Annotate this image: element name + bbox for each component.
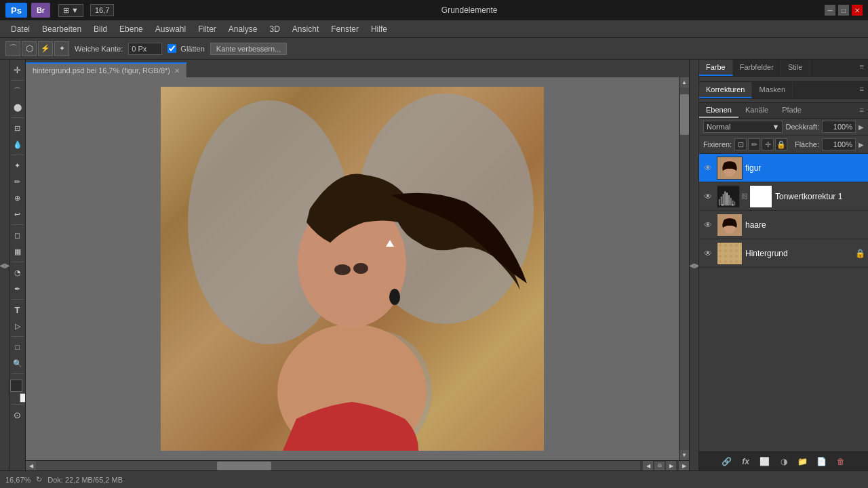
scroll-right-button[interactable]: ▶ bbox=[679, 461, 689, 471]
scroll-up-button[interactable]: ▲ bbox=[679, 77, 690, 87]
selection-mode[interactable]: ✦ bbox=[54, 41, 69, 56]
new-layer-btn[interactable]: 📄 bbox=[815, 455, 829, 468]
layer-haare-visibility[interactable]: 👁 bbox=[702, 219, 714, 231]
menu-analyse[interactable]: Analyse bbox=[223, 22, 263, 36]
text-tool[interactable]: T bbox=[10, 302, 25, 317]
tab-masken[interactable]: Masken bbox=[752, 82, 793, 98]
brush-tool[interactable]: ✏ bbox=[10, 174, 25, 189]
left-expand-button[interactable]: ◀▶ bbox=[0, 60, 9, 470]
menu-3d[interactable]: 3D bbox=[264, 22, 285, 36]
mid-panel-menu[interactable]: ≡ bbox=[856, 82, 868, 98]
gradient-tool[interactable]: ▦ bbox=[10, 244, 25, 259]
tab-kanaele[interactable]: Kanäle bbox=[738, 103, 775, 118]
layer-haare[interactable]: 👁 haare bbox=[699, 211, 868, 239]
titlebar-left: Ps Br ⊞▼ 16,7 bbox=[5, 3, 114, 18]
move-tool[interactable]: ✛ bbox=[10, 62, 25, 77]
flache-input[interactable] bbox=[822, 138, 856, 150]
hscroll-thumb[interactable] bbox=[217, 462, 271, 470]
tab-farbe[interactable]: Farbe bbox=[699, 60, 733, 76]
path-selection-tool[interactable]: ▷ bbox=[10, 319, 25, 333]
menu-ansicht[interactable]: Ansicht bbox=[287, 22, 324, 36]
tab-stile[interactable]: Stile bbox=[781, 60, 810, 76]
zoom-tool[interactable]: 🔍 bbox=[10, 356, 25, 371]
layers-list[interactable]: 👁 figur 👁 bbox=[699, 154, 868, 451]
vscroll-thumb[interactable] bbox=[680, 94, 689, 135]
quick-mask-tool[interactable]: ⊙ bbox=[10, 407, 25, 422]
lasso-tool[interactable]: ⌒ bbox=[5, 41, 20, 56]
pen-tool[interactable]: ✒ bbox=[10, 281, 25, 296]
menu-bild[interactable]: Bild bbox=[88, 22, 113, 36]
menu-fenster[interactable]: Fenster bbox=[326, 22, 364, 36]
foreground-color[interactable] bbox=[10, 380, 22, 392]
layer-panel-menu[interactable]: ≡ bbox=[856, 103, 868, 118]
deckkraft-arrow[interactable]: ▶ bbox=[859, 123, 864, 131]
minimize-button[interactable]: ─ bbox=[825, 5, 835, 16]
maximize-button[interactable]: □ bbox=[838, 5, 849, 16]
tab-pfade[interactable]: Pfade bbox=[775, 103, 808, 118]
clone-stamp-tool[interactable]: ⊕ bbox=[10, 190, 25, 205]
vscroll-track[interactable] bbox=[679, 87, 689, 450]
flache-arrow[interactable]: ▶ bbox=[859, 141, 864, 148]
menu-bearbeiten[interactable]: Bearbeiten bbox=[37, 22, 87, 36]
new-group-btn[interactable]: 📁 bbox=[796, 455, 810, 468]
canvas-area: hintergrund.psd bei 16,7% (figur, RGB/8*… bbox=[26, 60, 689, 470]
canvas-viewport[interactable] bbox=[26, 77, 679, 460]
tab-ebenen[interactable]: Ebenen bbox=[699, 103, 738, 118]
close-button[interactable]: ✕ bbox=[852, 5, 863, 16]
eyedropper-tool[interactable]: 💧 bbox=[10, 137, 25, 152]
tab-farbfelder[interactable]: Farbfelder bbox=[733, 60, 781, 76]
hscroll-track[interactable] bbox=[36, 461, 640, 470]
status-refresh-btn[interactable]: ↻ bbox=[36, 475, 42, 484]
fixieren-paint-btn[interactable]: ✏ bbox=[748, 138, 760, 150]
fixieren-move-btn[interactable]: ✛ bbox=[762, 138, 774, 150]
svg-rect-12 bbox=[719, 199, 720, 205]
top-panel-menu[interactable]: ≡ bbox=[856, 60, 868, 76]
tool-selector[interactable]: ⊞▼ bbox=[58, 4, 83, 17]
layer-tonwert-visibility[interactable]: 👁 bbox=[702, 190, 714, 203]
delete-layer-btn[interactable]: 🗑 bbox=[834, 455, 848, 468]
adjustment-layer-btn[interactable]: ◑ bbox=[777, 455, 791, 468]
menu-auswahl[interactable]: Auswahl bbox=[150, 22, 191, 36]
healing-brush-tool[interactable]: ✦ bbox=[10, 158, 25, 173]
horizontal-scrollbar[interactable]: ◀ ◀ ⊟ ▶ ▶ bbox=[26, 460, 689, 470]
add-mask-btn[interactable]: ⬜ bbox=[758, 455, 772, 468]
layer-hintergrund[interactable]: 👁 Hintergrund 🔒 bbox=[699, 239, 868, 268]
fx-btn[interactable]: fx bbox=[739, 455, 753, 468]
layer-figur-name: figur bbox=[745, 163, 865, 173]
canvas-tab-close[interactable]: ✕ bbox=[174, 67, 180, 75]
glatten-checkbox[interactable] bbox=[167, 44, 176, 53]
deckkraft-input[interactable] bbox=[822, 121, 856, 133]
quick-selection-tool[interactable]: ⬤ bbox=[10, 100, 25, 115]
menu-ebene[interactable]: Ebene bbox=[114, 22, 149, 36]
fixieren-pixel-btn[interactable]: ⊡ bbox=[734, 138, 747, 150]
canvas-tab-main[interactable]: hintergrund.psd bei 16,7% (figur, RGB/8*… bbox=[26, 62, 187, 77]
shape-tool[interactable]: □ bbox=[10, 340, 25, 354]
tab-korrekturen[interactable]: Korrekturen bbox=[699, 82, 752, 98]
eraser-tool[interactable]: ◻ bbox=[10, 228, 25, 243]
background-color[interactable] bbox=[20, 393, 26, 403]
weiche-kante-input[interactable] bbox=[128, 43, 162, 55]
blend-mode-dropdown[interactable]: Normal ▼ bbox=[703, 121, 783, 133]
menu-hilfe[interactable]: Hilfe bbox=[366, 22, 393, 36]
dodge-tool[interactable]: ◔ bbox=[10, 265, 25, 280]
crop-tool[interactable]: ⊡ bbox=[10, 121, 25, 136]
scroll-left-button[interactable]: ◀ bbox=[26, 461, 36, 471]
polygon-lasso-tool[interactable]: ⬡ bbox=[22, 41, 37, 56]
layer-figur[interactable]: 👁 figur bbox=[699, 154, 868, 182]
scroll-down-button[interactable]: ▼ bbox=[679, 450, 690, 460]
menu-datei[interactable]: Datei bbox=[5, 22, 35, 36]
lasso-selection-tool[interactable]: ⌒ bbox=[10, 83, 25, 98]
link-layers-btn[interactable]: 🔗 bbox=[720, 455, 734, 468]
right-expand-button[interactable]: ◀▶ bbox=[689, 60, 698, 470]
menu-filter[interactable]: Filter bbox=[193, 22, 222, 36]
layer-hintergrund-visibility[interactable]: 👁 bbox=[702, 247, 714, 260]
layer-figur-visibility[interactable]: 👁 bbox=[702, 162, 714, 174]
vertical-scrollbar[interactable]: ▲ ▼ bbox=[679, 77, 689, 460]
history-brush-tool[interactable]: ↩ bbox=[10, 207, 25, 222]
magnetic-lasso-tool[interactable]: ⚡ bbox=[38, 41, 53, 56]
kante-verbessern-button[interactable]: Kante verbessern... bbox=[210, 43, 287, 55]
fixieren-all-btn[interactable]: 🔒 bbox=[775, 138, 787, 150]
scroll-next-button[interactable]: ▶ bbox=[666, 461, 676, 471]
scroll-prev-button[interactable]: ◀ bbox=[643, 461, 653, 471]
layer-tonwert[interactable]: 👁 bbox=[699, 182, 868, 211]
